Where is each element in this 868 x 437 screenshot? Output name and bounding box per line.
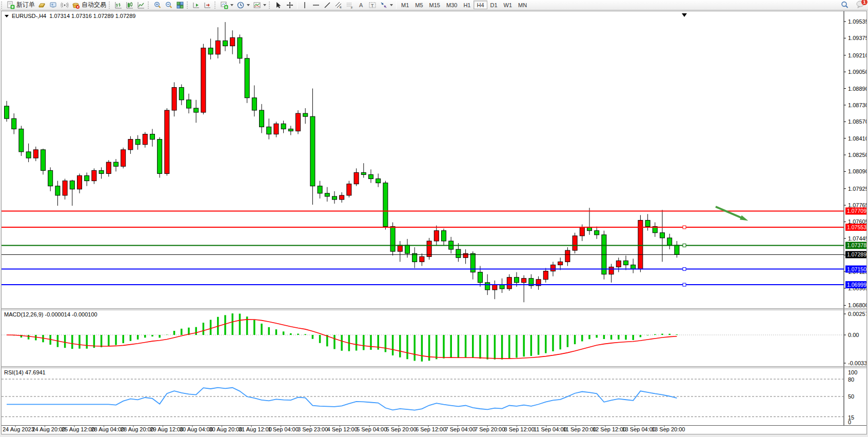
chart-shift-button[interactable]: [202, 1, 213, 10]
new-chart-button[interactable]: [219, 1, 235, 10]
timeframe-m5[interactable]: M5: [412, 1, 426, 9]
auto-scroll-button[interactable]: [191, 1, 202, 10]
timeframe-m30[interactable]: M30: [443, 1, 460, 9]
candle-body: [383, 183, 388, 227]
macd-histogram: [7, 313, 677, 362]
text-button[interactable]: A: [356, 1, 367, 10]
line-handle[interactable]: [683, 283, 686, 286]
auto-trading-button[interactable]: 自动交易: [70, 1, 108, 10]
chart-candles-button[interactable]: [124, 1, 135, 10]
cursor-button[interactable]: [273, 1, 284, 10]
search-button[interactable]: [839, 1, 851, 10]
svg-text:11 Sep 20:00: 11 Sep 20:00: [563, 426, 597, 432]
timeframe-h1[interactable]: H1: [460, 1, 474, 9]
crosshair-button[interactable]: [284, 1, 295, 10]
candle-body: [340, 195, 344, 200]
market-watch-icon: [38, 1, 46, 9]
new-order-label: 新订单: [16, 1, 35, 9]
price-badge-text: 1.07150: [847, 266, 866, 272]
svg-text:E: E: [340, 6, 342, 9]
market-watch-button[interactable]: [36, 1, 48, 10]
chart-bars-button[interactable]: [113, 1, 124, 10]
svg-text:28 Aug 20:00: 28 Aug 20:00: [121, 426, 154, 432]
tile-windows-icon: [176, 1, 184, 9]
candle-body: [92, 170, 96, 181]
svg-text:1.08730: 1.08730: [848, 102, 866, 108]
svg-text:1.07445: 1.07445: [848, 235, 866, 242]
search-icon: [840, 1, 849, 9]
candle-body: [609, 267, 614, 274]
text-label-button[interactable]: T: [367, 1, 378, 10]
timeframe-mn[interactable]: MN: [515, 1, 530, 9]
navigator-button[interactable]: [48, 1, 59, 10]
svg-text:31 Aug 12:00: 31 Aug 12:00: [239, 426, 272, 432]
fibonacci-button[interactable]: F: [344, 1, 356, 10]
signals-button[interactable]: [59, 1, 70, 10]
price-badge-text: 1.07289: [847, 251, 866, 257]
new-order-button[interactable]: 新订单: [5, 1, 36, 10]
templates-button[interactable]: [251, 1, 268, 10]
toolbar-grip[interactable]: [109, 2, 111, 9]
candle-body: [522, 279, 526, 283]
candle-body: [114, 162, 119, 166]
candle-body: [26, 152, 31, 158]
svg-text:1.06800: 1.06800: [848, 302, 866, 308]
horizontal-line-icon: [312, 1, 320, 9]
toolbar-grip[interactable]: [1, 2, 4, 9]
chevron-down-icon: [263, 4, 266, 6]
candle-body: [5, 106, 9, 118]
annotation-arrow[interactable]: [716, 207, 744, 219]
chart-bars-icon: [114, 1, 123, 9]
time-axis[interactable]: 24 Aug 202324 Aug 20:0025 Aug 12:0028 Au…: [3, 425, 685, 432]
timeframe-w1[interactable]: W1: [501, 1, 516, 9]
zoom-in-button[interactable]: [152, 1, 163, 10]
periods-button[interactable]: [235, 1, 251, 10]
candle-body: [99, 170, 104, 173]
toolbar-grip[interactable]: [269, 2, 271, 9]
vertical-line-icon: [301, 1, 309, 9]
candle-body: [631, 265, 636, 269]
timeframe-d1[interactable]: D1: [487, 1, 501, 9]
line-handle[interactable]: [683, 244, 686, 247]
price-badge-text: 1.06999: [847, 282, 866, 288]
zoom-out-button[interactable]: [163, 1, 174, 10]
toolbar-grip[interactable]: [148, 2, 150, 9]
candle-body: [85, 175, 89, 181]
chevron-down-icon[interactable]: [5, 15, 9, 17]
candle-body: [573, 236, 577, 250]
candle-body: [187, 100, 191, 108]
candle-body: [165, 110, 169, 173]
chat-button[interactable]: 1: [856, 0, 865, 10]
price-axis[interactable]: 1.095351.093751.092101.090501.088901.087…: [844, 18, 866, 425]
timeframe-m1[interactable]: M1: [398, 1, 412, 9]
candle-body: [543, 271, 548, 280]
tile-windows-button[interactable]: [174, 1, 186, 10]
svg-text:1.08890: 1.08890: [848, 86, 866, 92]
rsi-line: [7, 388, 677, 410]
price-badge-text: 1.07709: [847, 208, 866, 214]
arrows-button[interactable]: [378, 1, 394, 10]
equidistant-channel-button[interactable]: E: [333, 1, 344, 10]
chart-canvas[interactable]: 24 Aug 202324 Aug 20:0025 Aug 12:0028 Au…: [2, 11, 866, 434]
candle-body: [587, 228, 592, 231]
chart-line-button[interactable]: [135, 1, 147, 10]
toolbar-grip[interactable]: [214, 2, 217, 9]
line-handle[interactable]: [683, 226, 686, 229]
chart-shift-marker[interactable]: [682, 13, 687, 17]
timeframe-h4[interactable]: H4: [474, 1, 487, 9]
vertical-line-button[interactable]: [299, 1, 310, 10]
candle-body: [230, 37, 235, 46]
line-handle[interactable]: [683, 268, 686, 271]
horizontal-line-button[interactable]: [310, 1, 322, 10]
candle-body: [121, 150, 126, 166]
svg-text:6 Sep 12:00: 6 Sep 12:00: [416, 426, 446, 432]
timeframe-m15[interactable]: M15: [426, 1, 443, 9]
trendline-button[interactable]: [322, 1, 333, 10]
candle-body: [157, 140, 162, 174]
candle-body: [318, 186, 322, 193]
auto-trading-icon: [72, 1, 80, 9]
svg-text:0: 0: [848, 419, 851, 425]
candle-body: [41, 150, 46, 170]
toolbar-grip[interactable]: [187, 2, 189, 9]
candle-body: [492, 285, 497, 290]
